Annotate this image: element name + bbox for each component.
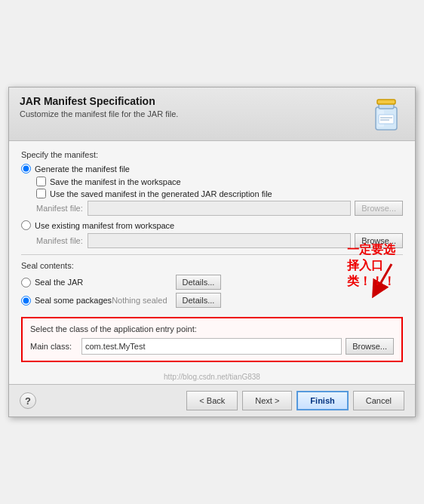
specify-label: Specify the manifest: (21, 150, 403, 159)
use-saved-checkbox-container[interactable]: Use the saved manifest in the generated … (36, 189, 403, 198)
save-manifest-checkbox[interactable] (36, 177, 46, 186)
generate-manifest-radio[interactable] (21, 164, 31, 174)
footer-left: ? (20, 392, 36, 409)
manifest-file-label-1: Manifest file: (36, 204, 88, 213)
dialog-body: Specify the manifest: Generate the manif… (9, 141, 415, 371)
main-class-input[interactable] (81, 338, 342, 355)
help-button[interactable]: ? (20, 392, 36, 409)
use-saved-checkbox[interactable] (36, 189, 46, 198)
use-existing-option[interactable]: Use existing manifest from workspace (21, 220, 403, 230)
finish-button[interactable]: Finish (296, 391, 348, 410)
save-manifest-label: Save the manifest in the workspace (50, 177, 181, 186)
back-button[interactable]: < Back (186, 391, 238, 410)
seal-some-label: Seal some packages (35, 296, 112, 305)
manifest-file-input-1[interactable] (88, 201, 351, 216)
use-existing-label: Use existing manifest from workspace (35, 221, 174, 230)
entry-point-box: Select the class of the application entr… (21, 317, 403, 362)
seal-section: Seal contents: Seal the JAR Details... (21, 261, 403, 311)
svg-rect-4 (379, 115, 394, 124)
svg-rect-2 (377, 100, 395, 104)
use-existing-radio[interactable] (21, 220, 31, 230)
annotation-container: 一定要选择入口类！！！ (365, 250, 403, 298)
browse-button-3[interactable]: Browse... (346, 338, 394, 355)
seal-left: Seal contents: Seal the JAR Details... (21, 261, 221, 311)
manifest-file-label-2: Manifest file: (36, 236, 88, 245)
nothing-sealed: Nothing sealed (112, 296, 167, 305)
dialog-header: JAR Manifest Specification Customize the… (9, 88, 415, 141)
dialog-subtitle: Customize the manifest file for the JAR … (20, 109, 178, 118)
dialog-title: JAR Manifest Specification (20, 95, 178, 107)
seal-jar-option[interactable]: Seal the JAR (21, 278, 83, 287)
manifest-file-row-1: Manifest file: Browse... (36, 201, 403, 216)
seal-some-radio[interactable] (21, 296, 31, 306)
entry-field-row: Main class: Browse... (30, 338, 394, 355)
seal-jar-row: Seal the JAR Details... (21, 275, 221, 290)
next-button[interactable]: Next > (242, 391, 292, 410)
entry-box-label: Select the class of the application entr… (30, 324, 394, 333)
cancel-button[interactable]: Cancel (353, 391, 404, 410)
footer-right: < Back Next > Finish Cancel (186, 391, 404, 410)
main-class-label: Main class: (30, 342, 81, 351)
use-saved-label: Use the saved manifest in the generated … (50, 189, 272, 198)
dialog-header-text: JAR Manifest Specification Customize the… (20, 95, 178, 118)
jar-icon (368, 95, 404, 134)
details-button-2[interactable]: Details... (176, 293, 222, 308)
annotation-text: 一定要选择入口类！！！ (347, 242, 395, 290)
watermark: http://blog.csdn.net/tianG838 (9, 371, 415, 384)
generate-manifest-option[interactable]: Generate the manifest file (21, 164, 403, 174)
manifest-file-input-2[interactable] (88, 233, 351, 248)
browse-button-1[interactable]: Browse... (355, 201, 403, 216)
seal-label: Seal contents: (21, 261, 221, 270)
dialog-footer: ? < Back Next > Finish Cancel (9, 384, 415, 416)
seal-jar-radio[interactable] (21, 278, 31, 287)
divider (21, 254, 403, 255)
save-manifest-checkbox-container[interactable]: Save the manifest in the workspace (36, 177, 403, 186)
details-button-1[interactable]: Details... (176, 275, 222, 290)
jar-manifest-dialog: JAR Manifest Specification Customize the… (8, 87, 416, 417)
seal-some-row: Seal some packages Nothing sealed Detail… (21, 293, 221, 308)
seal-some-option[interactable]: Seal some packages (21, 296, 112, 306)
seal-jar-label: Seal the JAR (35, 278, 83, 287)
generate-manifest-label: Generate the manifest file (35, 164, 130, 174)
